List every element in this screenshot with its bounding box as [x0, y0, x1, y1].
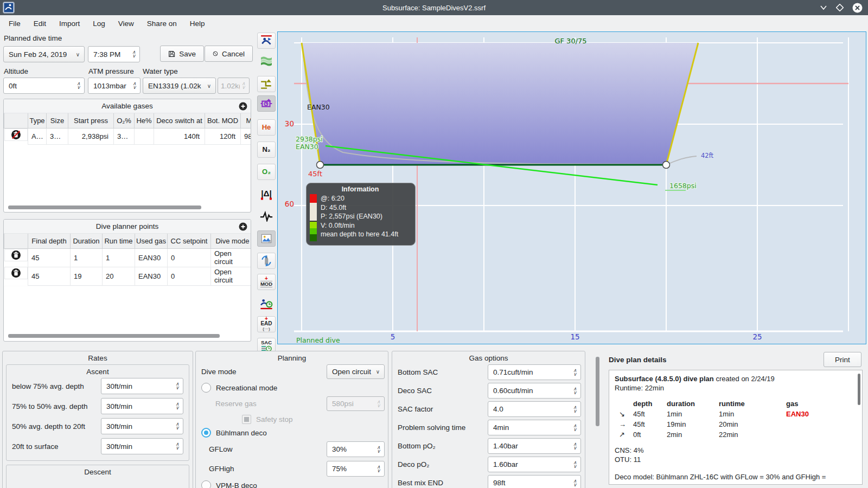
- mod-icon[interactable]: + MOD: [257, 274, 276, 290]
- safety-stop-checkbox[interactable]: [242, 415, 251, 424]
- delete-point-icon[interactable]: [11, 268, 21, 278]
- cell-dive-mode[interactable]: Open circuit: [211, 248, 252, 267]
- cell-deco-switch[interactable]: 140ft: [154, 128, 205, 144]
- add-gas-button[interactable]: [239, 102, 247, 111]
- mnd-icon[interactable]: |Δ|: [257, 186, 276, 202]
- altitude-spinbox[interactable]: 0ft ∧∨: [3, 78, 85, 94]
- point-row[interactable]: 45 1 1 EAN30 0 Open circuit: [4, 248, 252, 267]
- menu-file[interactable]: File: [2, 17, 27, 30]
- profile-handle[interactable]: [317, 162, 324, 169]
- col-final-depth[interactable]: Final depth: [28, 234, 71, 248]
- gases-hscrollbar[interactable]: [8, 206, 201, 209]
- recreational-mode-radio[interactable]: [201, 383, 211, 393]
- col-start-press[interactable]: Start press: [68, 113, 114, 128]
- ascent-rate-spinbox[interactable]: 30ft/min ∧∨: [101, 398, 183, 414]
- col-size[interactable]: Size: [47, 113, 68, 128]
- menu-view[interactable]: View: [112, 17, 141, 30]
- dive-time-spinbox[interactable]: 7:38 PM ∧∨: [88, 46, 140, 62]
- cell-duration[interactable]: 1: [71, 248, 103, 267]
- cell-mnd[interactable]: 98f: [241, 128, 252, 144]
- gas-row[interactable]: A… 3… 2,938psi 3… 140ft 120ft 98f: [4, 128, 252, 144]
- spin-arrows-icon[interactable]: ∧∨: [130, 50, 137, 58]
- spin-arrows-icon[interactable]: ∧∨: [174, 422, 181, 430]
- menu-help[interactable]: Help: [183, 17, 212, 30]
- spin-arrows-icon[interactable]: ∧∨: [571, 406, 578, 413]
- spin-arrows-icon[interactable]: ∧∨: [174, 382, 181, 390]
- bottom-po2-spinbox[interactable]: 1.40bar ∧∨: [488, 438, 581, 454]
- helium-pp-icon[interactable]: He: [257, 119, 276, 136]
- cell-he[interactable]: [135, 128, 154, 144]
- deco-po2-spinbox[interactable]: 1.60bar ∧∨: [488, 457, 581, 472]
- photos-icon[interactable]: [257, 230, 276, 247]
- cell-run-time[interactable]: 20: [103, 267, 135, 285]
- add-point-button[interactable]: [239, 222, 247, 231]
- spin-arrows-icon[interactable]: ∧∨: [571, 442, 578, 450]
- dive-date-picker[interactable]: Sun Feb 24, 2019 ∨: [3, 46, 85, 62]
- gfhigh-spinbox[interactable]: 75% ∧∨: [327, 461, 385, 477]
- profile-handle[interactable]: [663, 162, 670, 169]
- cell-used-gas[interactable]: EAN30: [135, 248, 168, 267]
- col-o2[interactable]: O₂%: [114, 113, 135, 128]
- bottom-sac-spinbox[interactable]: 0.71cuft/min ∧∨: [488, 364, 581, 380]
- menu-log[interactable]: Log: [86, 17, 112, 30]
- col-dive-mode[interactable]: Dive mode: [211, 234, 252, 248]
- point-row[interactable]: 45 19 20 EAN30 0 Open circuit: [4, 267, 252, 285]
- col-deco-switch[interactable]: Deco switch at: [154, 113, 205, 128]
- col-he[interactable]: He%: [135, 113, 154, 128]
- spin-arrows-icon[interactable]: ∧∨: [571, 369, 578, 376]
- spin-arrows-icon[interactable]: ∧∨: [571, 461, 578, 468]
- sac-factor-spinbox[interactable]: 4.0 ∧∨: [488, 401, 581, 417]
- col-mnd[interactable]: MN: [241, 113, 252, 128]
- gflow-spinbox[interactable]: 30% ∧∨: [327, 441, 385, 457]
- col-used-gas[interactable]: Used gas: [135, 234, 168, 248]
- delete-point-icon[interactable]: [11, 250, 21, 260]
- print-button[interactable]: Print: [824, 352, 861, 367]
- cell-dive-mode[interactable]: Open circuit: [211, 267, 252, 285]
- dc-ceiling-icon[interactable]: [257, 295, 276, 311]
- points-hscrollbar[interactable]: [8, 334, 220, 338]
- cell-start-press[interactable]: 2,938psi: [68, 128, 114, 144]
- gas-change-icon[interactable]: [257, 253, 276, 269]
- cell-duration[interactable]: 19: [71, 267, 103, 285]
- ascent-rate-spinbox[interactable]: 30ft/min ∧∨: [101, 438, 183, 454]
- ascent-rate-spinbox[interactable]: 30ft/min ∧∨: [101, 378, 183, 394]
- nitrogen-pp-icon[interactable]: N₂: [257, 142, 276, 158]
- cancel-button[interactable]: Cancel: [205, 46, 253, 62]
- cell-cc-setpoint[interactable]: 0: [168, 248, 211, 267]
- spin-arrows-icon[interactable]: ∧∨: [174, 442, 181, 450]
- waves-icon[interactable]: [257, 52, 276, 68]
- menu-edit[interactable]: Edit: [27, 17, 53, 30]
- minimize-icon[interactable]: [820, 4, 827, 11]
- oxygen-pp-icon[interactable]: O₂: [257, 164, 276, 180]
- col-type[interactable]: Type: [28, 113, 47, 128]
- deco-sac-spinbox[interactable]: 0.60cuft/min ∧∨: [488, 383, 581, 399]
- cell-run-time[interactable]: 1: [103, 248, 135, 267]
- buhlmann-deco-radio[interactable]: [201, 428, 211, 438]
- notes-vscrollbar[interactable]: [858, 374, 860, 405]
- cell-o2[interactable]: 3…: [114, 128, 135, 144]
- menu-import[interactable]: Import: [53, 17, 86, 30]
- ascent-rate-spinbox[interactable]: 30ft/min ∧∨: [101, 418, 183, 434]
- save-button[interactable]: Save: [160, 46, 204, 62]
- spin-arrows-icon[interactable]: ∧∨: [174, 402, 181, 410]
- spin-arrows-icon[interactable]: ∧∨: [571, 424, 578, 432]
- spin-arrows-icon[interactable]: ∧∨: [75, 82, 82, 89]
- close-icon[interactable]: [852, 3, 863, 13]
- cell-size[interactable]: 3…: [47, 128, 68, 144]
- problem-solving-time-spinbox[interactable]: 4min ∧∨: [488, 420, 581, 435]
- atm-pressure-spinbox[interactable]: 1013mbar ∧∨: [88, 78, 141, 94]
- vpmb-deco-radio[interactable]: [201, 480, 211, 488]
- calculated-ceiling-icon[interactable]: [257, 95, 276, 112]
- cell-final-depth[interactable]: 45: [28, 248, 71, 267]
- cell-cc-setpoint[interactable]: 0: [168, 267, 211, 285]
- cell-used-gas[interactable]: EAN30: [135, 267, 168, 285]
- menu-share-on[interactable]: Share on: [141, 17, 183, 30]
- spin-arrows-icon[interactable]: ∧∨: [571, 387, 578, 395]
- dive-mode-combo[interactable]: Open circuit ∨: [327, 364, 385, 379]
- spin-arrows-icon[interactable]: ∧∨: [375, 465, 382, 473]
- cell-type[interactable]: A…: [28, 128, 47, 144]
- water-type-combo[interactable]: EN13319 (1.02k ∨: [143, 78, 216, 94]
- cell-final-depth[interactable]: 45: [28, 267, 71, 285]
- settings-vscrollbar[interactable]: [596, 357, 599, 426]
- heart-rate-icon[interactable]: [257, 208, 276, 224]
